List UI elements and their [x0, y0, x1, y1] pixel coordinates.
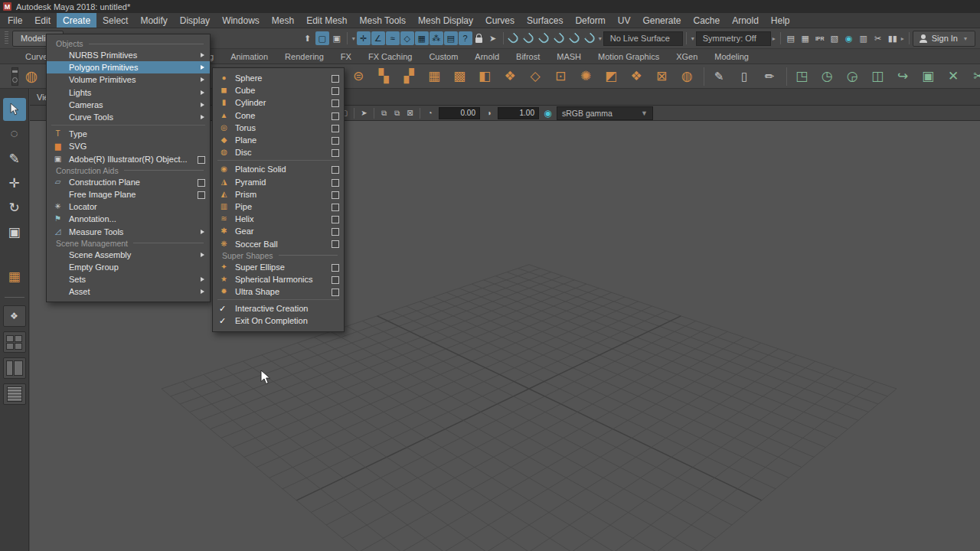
caret-right-icon[interactable]: ▸ — [901, 35, 904, 42]
menu-item-scene-assembly[interactable]: Scene Assembly — [47, 249, 210, 261]
shelf-tab-animation[interactable]: Animation — [222, 50, 276, 64]
menubar-item-file[interactable]: File — [2, 13, 28, 28]
planar-mapping-icon[interactable]: ◳ — [792, 67, 812, 86]
automatic-mapping-icon[interactable]: ◫ — [867, 67, 887, 86]
menu-item-locator[interactable]: ✳Locator — [47, 201, 210, 213]
scale-tool[interactable]: ▣ — [3, 220, 26, 243]
move-tool[interactable]: ✛ — [3, 171, 26, 194]
menu-item-helix[interactable]: ≋Helix — [213, 213, 344, 225]
mask-rendering-icon[interactable]: ▤ — [444, 31, 458, 45]
combine-icon[interactable]: ▚ — [374, 67, 394, 86]
menu-item-pipe[interactable]: ▥Pipe — [213, 201, 344, 213]
cylindrical-mapping-icon[interactable]: ◷ — [817, 67, 837, 86]
mask-handles-icon[interactable]: ✛ — [357, 31, 371, 45]
caret-down-icon[interactable]: ▾ — [599, 35, 602, 42]
option-box[interactable] — [332, 87, 339, 95]
quad-draw-icon[interactable]: ✏ — [760, 67, 779, 86]
menubar-item-create[interactable]: Create — [57, 13, 96, 28]
sew-uv-icon[interactable]: ✂ — [969, 67, 980, 86]
rotate-tool[interactable]: ↻ — [3, 196, 26, 219]
menu-item-cameras[interactable]: Cameras — [47, 99, 210, 111]
menu-item-svg[interactable]: ▆SVG — [47, 140, 210, 152]
layout-four-pane-button[interactable] — [3, 331, 26, 353]
caret-down-icon[interactable]: ▾ — [691, 35, 694, 42]
menu-item-polygon-primitives[interactable]: Polygon Primitives — [47, 61, 210, 73]
menubar-item-mesh-tools[interactable]: Mesh Tools — [354, 13, 412, 28]
mask-joints-icon[interactable]: ∠ — [371, 31, 385, 45]
menubar-item-display[interactable]: Display — [174, 13, 216, 28]
cut-scene-icon[interactable]: ✂ — [871, 31, 885, 45]
menu-item-free-image-plane[interactable]: Free Image Plane — [47, 188, 210, 201]
gamma-field[interactable]: 1.00 — [498, 107, 539, 119]
gamma-icon[interactable]: ◑ — [482, 107, 495, 119]
option-box[interactable] — [332, 204, 339, 211]
bevel-icon[interactable]: ◩ — [601, 67, 621, 86]
render-settings-icon[interactable]: ▧ — [828, 31, 841, 45]
shelf-tab-fx-caching[interactable]: FX Caching — [360, 50, 420, 64]
snap-curve-icon[interactable] — [522, 31, 536, 45]
select-hierarchy-icon[interactable]: ⬆ — [301, 31, 315, 45]
menubar-item-mesh[interactable]: Mesh — [266, 13, 300, 28]
menu-item-cone[interactable]: ▲Cone — [213, 109, 344, 122]
ipr-render-icon[interactable]: IPR — [813, 31, 827, 45]
menu-item-cube[interactable]: ◼Cube — [213, 84, 344, 96]
option-box[interactable] — [332, 166, 339, 174]
menubar-item-curves[interactable]: Curves — [479, 13, 521, 28]
render-view-icon[interactable]: ▤ — [784, 31, 798, 45]
poly-sphere-icon[interactable]: ⊜ — [348, 67, 368, 86]
lock-selection-icon[interactable] — [472, 31, 486, 45]
layout-outliner-button[interactable] — [3, 383, 26, 405]
caret-right-icon[interactable]: ▸ — [773, 35, 776, 42]
mask-surfaces-icon[interactable]: ◇ — [400, 31, 414, 45]
paint-select-tool[interactable]: ✎ — [3, 147, 26, 170]
select-tool[interactable] — [3, 98, 26, 121]
shelf-toggle[interactable] — [11, 67, 18, 86]
statusline-grip[interactable] — [5, 31, 8, 45]
menu-item-measure-tools[interactable]: ◿Measure Tools — [47, 225, 210, 237]
option-box[interactable] — [332, 99, 339, 107]
poly-cube-icon[interactable]: ◇ — [525, 67, 545, 86]
shelf-tab-bifrost[interactable]: Bifrost — [508, 50, 548, 64]
option-box[interactable] — [198, 191, 205, 199]
menu-item-prism[interactable]: ◭Prism — [213, 188, 344, 201]
menu-item-lights[interactable]: Lights — [47, 86, 210, 99]
view-transform-icon[interactable]: ◉ — [541, 107, 554, 119]
target-weld-icon[interactable]: ⊡ — [550, 67, 570, 86]
wedge-icon[interactable]: ✺ — [576, 67, 596, 86]
option-box[interactable] — [332, 240, 339, 248]
select-component-icon[interactable]: ▣ — [330, 31, 344, 45]
extrude-icon[interactable]: ◧ — [475, 67, 495, 86]
menu-item-interactive-creation[interactable]: ✓Interactive Creation — [213, 302, 344, 315]
menu-item-sets[interactable]: Sets — [47, 273, 210, 285]
menu-item-disc[interactable]: ◍Disc — [213, 146, 344, 158]
snap-make-live-icon[interactable] — [583, 31, 597, 45]
menu-item-curve-tools[interactable]: Curve Tools — [47, 111, 210, 123]
option-box[interactable] — [332, 179, 339, 187]
menubar-item-deform[interactable]: Deform — [569, 13, 611, 28]
grid-fill-icon[interactable]: ▩ — [449, 67, 469, 86]
exposure-icon[interactable]: ◔ — [423, 107, 436, 119]
menu-item-nurbs-primitives[interactable]: NURBS Primitives — [47, 49, 210, 61]
menu-item-super-ellipse[interactable]: ✦Super Ellipse — [213, 261, 344, 273]
quad-draw-diamonds-icon[interactable]: ❖ — [500, 67, 520, 86]
menu-item-sphere[interactable]: ●Sphere — [213, 72, 344, 84]
menu-item-annotation[interactable]: ⚑Annotation... — [47, 213, 210, 225]
pause-icon[interactable]: ▮▮ — [886, 31, 900, 45]
option-box[interactable] — [332, 216, 339, 223]
shelf-tab-modeling[interactable]: Modeling — [706, 50, 757, 64]
menu-item-gear[interactable]: ✱Gear — [213, 225, 344, 237]
menu-item-adobe-r-illustrator-r-object[interactable]: ▣Adobe(R) Illustrator(R) Object... — [47, 153, 210, 165]
uv-editor-icon[interactable]: ▣ — [918, 67, 938, 86]
menubar-item-generate[interactable]: Generate — [636, 13, 687, 28]
mirror-icon[interactable]: ⊠ — [652, 67, 671, 86]
menubar-item-surfaces[interactable]: Surfaces — [521, 13, 569, 28]
menubar-item-edit[interactable]: Edit — [28, 13, 57, 28]
menu-item-soccer-ball[interactable]: ❋Soccer Ball — [213, 237, 344, 249]
menu-item-ultra-shape[interactable]: ✹Ultra Shape — [213, 285, 344, 298]
menu-item-construction-plane[interactable]: ▱Construction Plane — [47, 176, 210, 188]
nurbs-sphere-shelf-icon[interactable]: ◍ — [21, 67, 41, 86]
option-box[interactable] — [332, 228, 339, 236]
render-sequence-icon[interactable]: ▥ — [857, 31, 871, 45]
option-box[interactable] — [198, 156, 205, 164]
menu-item-spherical-harmonics[interactable]: ★Spherical Harmonics — [213, 273, 344, 285]
